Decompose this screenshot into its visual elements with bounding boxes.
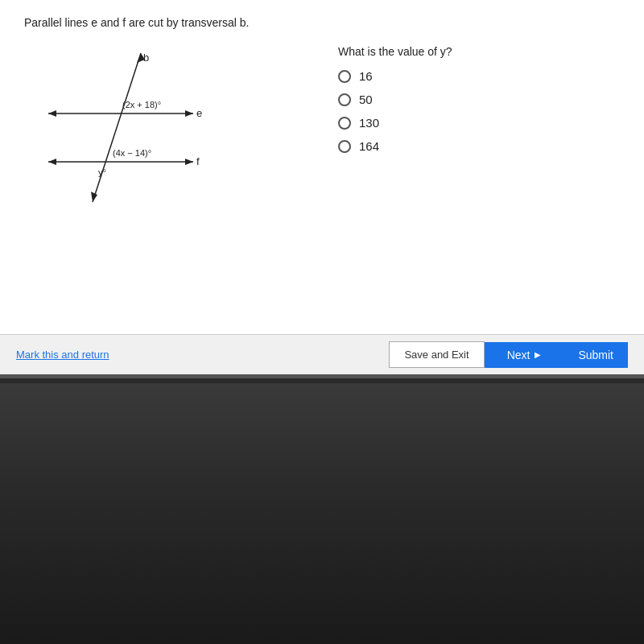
radio-164[interactable]	[338, 140, 351, 153]
laptop-body: hp ↺ ⊡ ⊟⊟ ✦ ✦ ✦ ⟵ $ % ^ & *	[0, 383, 644, 644]
option-50[interactable]: 50	[338, 93, 620, 106]
angle2-label: (4x − 14)°	[113, 148, 151, 158]
save-exit-button[interactable]: Save and Exit	[389, 341, 484, 368]
option-130[interactable]: 130	[338, 116, 620, 130]
label-b: b	[143, 52, 149, 64]
svg-marker-2	[185, 110, 193, 117]
screen-content: Parallel lines e and f are cut by transv…	[0, 0, 644, 374]
option-164[interactable]: 164	[338, 139, 620, 153]
next-button[interactable]: Next	[485, 342, 564, 368]
radio-130[interactable]	[338, 117, 351, 130]
bottom-bar: Mark this and return Save and Exit Next …	[0, 334, 644, 374]
label-f: f	[196, 155, 200, 167]
option-16[interactable]: 16	[338, 69, 620, 83]
geometry-diagram: b e f (2x + 18)° (4x − 14)° y°	[24, 45, 233, 206]
option-130-label: 130	[359, 116, 379, 130]
label-e: e	[196, 107, 202, 119]
option-50-label: 50	[359, 93, 373, 106]
radio-16[interactable]	[338, 70, 351, 83]
svg-marker-1	[48, 110, 56, 117]
mark-return-link[interactable]: Mark this and return	[16, 349, 109, 361]
option-164-label: 164	[359, 139, 379, 153]
svg-line-6	[93, 53, 141, 202]
submit-button[interactable]: Submit	[564, 342, 628, 368]
radio-50[interactable]	[338, 93, 351, 106]
content-row: b e f (2x + 18)° (4x − 14)° y°	[24, 45, 620, 209]
svg-marker-5	[185, 159, 193, 165]
question-text: Parallel lines e and f are cut by transv…	[24, 16, 620, 29]
option-16-label: 16	[359, 69, 373, 83]
diagram-area: b e f (2x + 18)° (4x − 14)° y°	[24, 45, 306, 209]
answer-question: What is the value of y?	[338, 45, 620, 58]
laptop-screen: Parallel lines e and f are cut by transv…	[0, 0, 644, 378]
svg-marker-4	[48, 159, 56, 165]
answer-area: What is the value of y? 16 50 130	[338, 45, 620, 209]
bottom-buttons: Save and Exit Next Submit	[389, 341, 628, 368]
angle3-label: y°	[98, 167, 106, 177]
angle1-label: (2x + 18)°	[122, 100, 161, 109]
svg-marker-8	[91, 192, 97, 202]
question-area: Parallel lines e and f are cut by transv…	[0, 0, 644, 346]
